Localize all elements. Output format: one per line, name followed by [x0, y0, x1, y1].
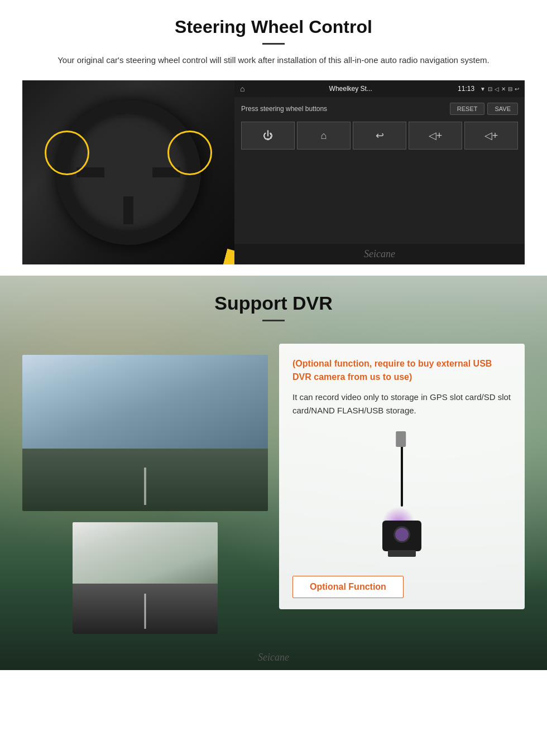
wheelkey-btn-row: RESET SAVE [450, 103, 518, 115]
seicane-logo-steering: Seicane [234, 244, 525, 264]
dvr-dashcam-photo-small [73, 522, 218, 634]
seicane-text-dvr: Seicane [258, 652, 289, 663]
fn-power-button[interactable]: ⏻ [241, 122, 295, 150]
steering-subtitle: Your original car's steering wheel contr… [45, 54, 502, 67]
dvr-road-small [73, 584, 218, 634]
back-icon: ↩ [515, 86, 519, 92]
wheelkey-prompt: Press steering wheel buttons [241, 105, 327, 113]
sw-hub [106, 156, 151, 189]
close-icon: ✕ [501, 86, 506, 92]
dvr-section: Support DVR (O [0, 276, 547, 670]
reset-button[interactable]: RESET [450, 103, 485, 115]
home-icon: ⌂ [240, 84, 244, 93]
steering-wheel-photo [22, 80, 234, 264]
optional-function-button[interactable]: Optional Function [292, 576, 404, 598]
cam-base [388, 550, 416, 557]
app-name-label: Wheelkey St... [249, 85, 452, 93]
title-divider [262, 43, 285, 45]
dvr-info-card: (Optional function, require to buy exter… [279, 344, 525, 609]
save-button[interactable]: SAVE [487, 103, 518, 115]
wheelkey-controls: Press steering wheel buttons RESET SAVE … [234, 97, 525, 244]
dvr-dashcam-photo-large [22, 355, 268, 511]
sw-highlight-left [45, 131, 89, 175]
cam-usb-connector [396, 431, 406, 447]
arrow-shape [219, 241, 234, 264]
sw-highlight-right [167, 131, 212, 175]
cam-body [382, 521, 421, 551]
dvr-footer: Seicane [0, 645, 547, 670]
wheelkey-header: Press steering wheel buttons RESET SAVE [241, 103, 518, 115]
dvr-road-line-small [145, 594, 146, 629]
dvr-divider [262, 320, 285, 321]
dvr-road-line-large [144, 468, 146, 505]
camera-icon: ⊡ [488, 86, 492, 92]
dvr-camera-visual [346, 434, 458, 557]
dvr-title-area: Support DVR [0, 276, 547, 333]
cam-lens [394, 526, 410, 543]
status-icons: ▼ ⊡ ◁ ✕ ⊟ ↩ [480, 86, 519, 92]
fn-vol-up-button[interactable]: ◁+ [464, 122, 518, 150]
seicane-text-steering: Seicane [364, 248, 395, 259]
steering-title: Steering Wheel Control [22, 17, 525, 37]
status-time: 11:13 [458, 85, 474, 93]
steering-section: Steering Wheel Control Your original car… [0, 0, 547, 276]
fn-home-button[interactable]: ⌂ [297, 122, 351, 150]
window-icon: ⊟ [508, 86, 512, 92]
dvr-content: Support DVR (O [0, 276, 547, 670]
sw-spoke-bottom [123, 196, 133, 224]
fn-back-button[interactable]: ↩ [353, 122, 406, 150]
dvr-optional-text: (Optional function, require to buy exter… [292, 357, 511, 384]
dvr-photos-column [22, 344, 268, 634]
volume-icon: ◁ [495, 86, 499, 92]
steering-image-container: ⌂ Wheelkey St... 11:13 ▼ ⊡ ◁ ✕ ⊟ ↩ Press… [22, 80, 525, 264]
wifi-icon: ▼ [480, 86, 486, 92]
dvr-road-large [22, 449, 268, 511]
dvr-main-content: (Optional function, require to buy exter… [0, 333, 547, 645]
fn-vol-down-button[interactable]: ◁+ [409, 122, 462, 150]
dvr-title: Support DVR [22, 292, 525, 314]
android-statusbar: ⌂ Wheelkey St... 11:13 ▼ ⊡ ◁ ✕ ⊟ ↩ [234, 80, 525, 97]
android-panel: ⌂ Wheelkey St... 11:13 ▼ ⊡ ◁ ✕ ⊟ ↩ Press… [234, 80, 525, 264]
function-buttons: ⏻ ⌂ ↩ ◁+ ◁+ [241, 122, 518, 150]
dvr-product-image [292, 428, 511, 562]
dvr-description: It can record video only to storage in G… [292, 391, 511, 417]
